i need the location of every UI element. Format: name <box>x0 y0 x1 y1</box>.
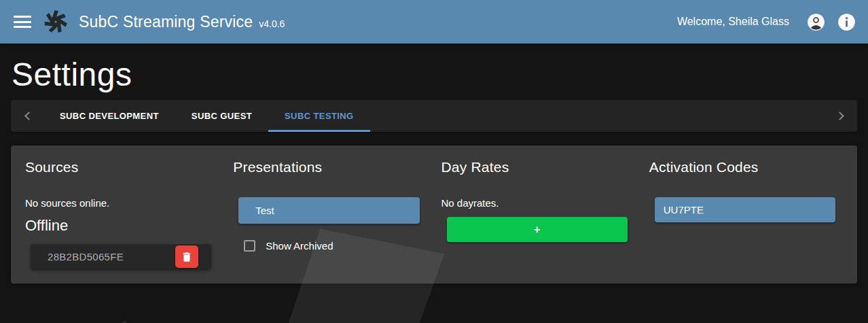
show-archived-checkbox[interactable] <box>244 240 255 252</box>
accounts-tab-bar: SUBC DEVELOPMENT SUBC GUEST SUBC TESTING <box>11 100 857 132</box>
sources-heading: Sources <box>25 159 233 175</box>
delete-source-button[interactable] <box>175 245 198 268</box>
activation-codes-section: Activation Codes UU7PTE <box>649 159 857 269</box>
show-archived-row[interactable]: Show Archived <box>244 240 441 252</box>
day-rates-section: Day Rates No dayrates. + <box>441 159 649 269</box>
info-icon[interactable] <box>837 13 856 31</box>
day-rates-heading: Day Rates <box>441 159 649 175</box>
day-rates-empty-text: No dayrates. <box>441 197 649 209</box>
tab-subc-guest[interactable]: SUBC GUEST <box>175 100 268 132</box>
page-title: Settings <box>12 56 868 93</box>
menu-icon[interactable] <box>14 16 31 28</box>
tab-subc-testing[interactable]: SUBC TESTING <box>268 100 370 132</box>
account-icon[interactable] <box>807 13 825 31</box>
app-logo-icon <box>43 10 68 34</box>
chevron-right-icon <box>835 112 844 120</box>
app-title: SubC Streaming Service <box>79 13 253 31</box>
activation-code-item[interactable]: UU7PTE <box>655 197 835 222</box>
show-archived-label: Show Archived <box>266 240 333 252</box>
sources-empty-text: No sources online. <box>25 197 233 209</box>
offline-source-row[interactable]: 28B2BD5065FE <box>31 244 211 269</box>
settings-panel: Sources No sources online. Offline 28B2B… <box>11 146 857 284</box>
tab-subc-development[interactable]: SUBC DEVELOPMENT <box>43 100 175 132</box>
presentations-heading: Presentations <box>233 159 441 175</box>
source-id: 28B2BD5065FE <box>48 251 124 262</box>
tabs-scroll-right-button[interactable] <box>825 100 857 132</box>
welcome-text: Welcome, Sheila Glass <box>677 16 789 28</box>
presentation-item-test[interactable]: Test <box>238 197 419 224</box>
presentations-section: Presentations Test Show Archived <box>233 159 441 269</box>
sources-section: Sources No sources online. Offline 28B2B… <box>25 159 233 269</box>
tabs-scroll-left-button[interactable] <box>11 100 43 132</box>
trash-icon <box>181 251 193 263</box>
activation-codes-heading: Activation Codes <box>649 159 857 175</box>
chevron-left-icon <box>24 112 33 120</box>
app-header: SubC Streaming Service v4.0.6 Welcome, S… <box>0 0 868 44</box>
offline-heading: Offline <box>25 217 233 235</box>
app-version: v4.0.6 <box>259 18 285 29</box>
add-day-rate-button[interactable]: + <box>447 217 628 242</box>
